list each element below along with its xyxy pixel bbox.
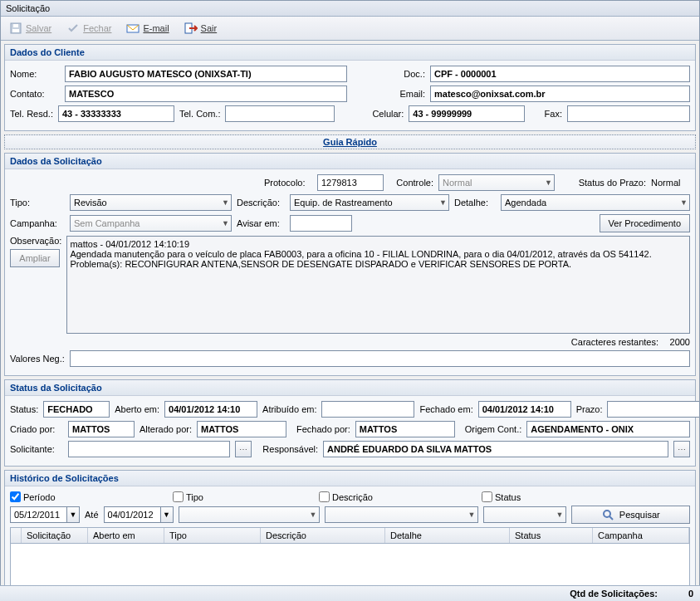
email-button[interactable]: E-mail: [123, 20, 172, 37]
ver-procedimento-button[interactable]: Ver Procedimento: [600, 214, 690, 232]
col-solicitacao[interactable]: Solicitação: [22, 528, 88, 543]
solic-header: Dados da Solicitação: [5, 154, 695, 169]
qtd-label: Qtd de Solicitações:: [570, 589, 658, 599]
doc-field[interactable]: [430, 66, 690, 82]
chevron-down-icon: ▼: [545, 178, 552, 187]
campanha-label: Campanha:: [10, 218, 65, 228]
svg-rect-1: [12, 29, 19, 32]
detalhe-combo[interactable]: Agendada▼: [501, 194, 690, 211]
tipo-combo[interactable]: Revisão▼: [70, 194, 232, 211]
section-cliente: Dados do Cliente Nome: Doc.: Contato: Em…: [4, 44, 696, 131]
chevron-down-icon[interactable]: ▼: [160, 506, 174, 523]
chevron-down-icon[interactable]: ▼: [66, 506, 80, 523]
telcom-field[interactable]: [225, 105, 335, 122]
filter-tipo-combo[interactable]: ▼: [179, 506, 320, 523]
ate-label: Até: [85, 510, 99, 520]
col-status[interactable]: Status: [510, 528, 593, 543]
col-campanha[interactable]: Campanha: [593, 528, 689, 543]
periodo-checkbox[interactable]: Período: [10, 491, 168, 502]
window-title: Solicitação: [1, 1, 699, 17]
hist-header: Histórico de Solicitações: [5, 471, 695, 486]
fax-field[interactable]: [567, 105, 690, 122]
chevron-down-icon: ▼: [680, 198, 688, 207]
section-historico: Histórico de Solicitações Período Tipo D…: [4, 470, 696, 601]
prazo-label: Prazo:: [576, 404, 603, 414]
svg-rect-2: [13, 24, 18, 27]
descricao-checkbox[interactable]: Descrição: [319, 491, 477, 502]
pesquisar-button[interactable]: Pesquisar: [571, 506, 690, 524]
grid-header-row: Solicitação Aberto em Tipo Descrição Det…: [11, 528, 689, 544]
fechado-em-label: Fechado em:: [419, 404, 472, 414]
prazo-field: [607, 401, 700, 418]
save-button[interactable]: Salvar: [6, 20, 55, 37]
campanha-combo[interactable]: Sem Campanha▼: [70, 215, 232, 232]
col-detalhe[interactable]: Detalhe: [385, 528, 510, 543]
status-prazo-value: Normal: [651, 178, 680, 188]
telresd-label: Tel. Resd.:: [10, 109, 53, 119]
caracteres-value: 2000: [663, 337, 690, 347]
telcom-label: Tel. Com.:: [179, 109, 221, 119]
disk-icon: [9, 22, 22, 35]
chevron-down-icon: ▼: [310, 511, 317, 519]
chevron-down-icon: ▼: [556, 511, 564, 519]
controle-combo[interactable]: Normal▼: [438, 174, 555, 191]
tipo-checkbox[interactable]: Tipo: [173, 491, 314, 502]
obs-textarea[interactable]: mattos - 04/01/2012 14:10:19 Agendada ma…: [66, 236, 690, 334]
col-descricao[interactable]: Descrição: [261, 528, 385, 543]
email-label: Email:: [377, 89, 425, 99]
svg-point-5: [604, 511, 610, 517]
caracteres-label: Caracteres restantes:: [571, 337, 658, 347]
filter-descricao-combo[interactable]: ▼: [325, 506, 478, 523]
responsavel-lookup-button[interactable]: ⋯: [673, 441, 690, 457]
exit-icon: [184, 22, 198, 35]
col-tipo[interactable]: Tipo: [164, 528, 261, 543]
responsavel-label: Responsável:: [257, 444, 318, 454]
telresd-field[interactable]: [58, 105, 174, 122]
solicitante-field[interactable]: [68, 441, 230, 457]
col-aberto[interactable]: Aberto em: [88, 528, 164, 543]
contato-field[interactable]: [65, 86, 347, 102]
nome-field[interactable]: [65, 66, 347, 82]
periodo-ate-date[interactable]: ▼: [104, 506, 174, 523]
ampliar-button[interactable]: Ampliar: [10, 249, 60, 267]
status-bar: Qtd de Solicitações: 0: [0, 585, 700, 601]
celular-field[interactable]: [409, 105, 525, 122]
search-icon: [601, 508, 614, 521]
alterado-por-label: Alterado por:: [140, 424, 192, 434]
solicitante-lookup-button[interactable]: ⋯: [235, 441, 252, 457]
email-field[interactable]: [430, 86, 690, 102]
controle-label: Controle:: [389, 178, 433, 188]
section-solicitacao: Dados da Solicitação Protocolo: Controle…: [4, 153, 696, 376]
fax-label: Fax:: [530, 109, 562, 119]
filter-status-combo[interactable]: ▼: [483, 506, 566, 523]
atribuido-em-label: Atribuído em:: [262, 404, 316, 414]
tipo-label: Tipo:: [10, 198, 65, 208]
fechado-em-field: [478, 401, 571, 418]
chevron-down-icon: ▼: [222, 198, 229, 207]
protocolo-label: Protocolo:: [264, 178, 312, 188]
detalhe-label: Detalhe:: [454, 198, 496, 208]
guia-rapido-link[interactable]: Guia Rápido: [4, 134, 696, 149]
atribuido-em-field: [321, 401, 414, 418]
section-status: Status da Solicitação Status: Aberto em:…: [4, 379, 696, 467]
valores-neg-field: [70, 350, 690, 367]
exit-button[interactable]: Sair: [181, 20, 221, 37]
origem-label: Origem Cont.:: [465, 424, 521, 434]
responsavel-field[interactable]: [323, 441, 668, 457]
protocolo-field: [317, 174, 384, 191]
status-checkbox[interactable]: Status: [482, 491, 521, 502]
alterado-por-field: [197, 421, 286, 437]
chevron-down-icon: ▼: [222, 219, 229, 227]
contato-label: Contato:: [10, 89, 60, 99]
valores-neg-label: Valores Neg.:: [10, 354, 65, 364]
doc-label: Doc.:: [377, 69, 425, 79]
fechado-por-field: [355, 421, 455, 437]
periodo-de-date[interactable]: ▼: [10, 506, 80, 523]
celular-label: Celular:: [365, 109, 404, 119]
status-header: Status da Solicitação: [5, 380, 695, 396]
aberto-em-field: [164, 401, 257, 418]
avisar-label: Avisar em:: [237, 218, 285, 228]
avisar-field[interactable]: [290, 215, 352, 232]
descricao-combo[interactable]: Equip. de Rastreamento▼: [290, 194, 449, 211]
close-button[interactable]: Fechar: [63, 20, 115, 37]
